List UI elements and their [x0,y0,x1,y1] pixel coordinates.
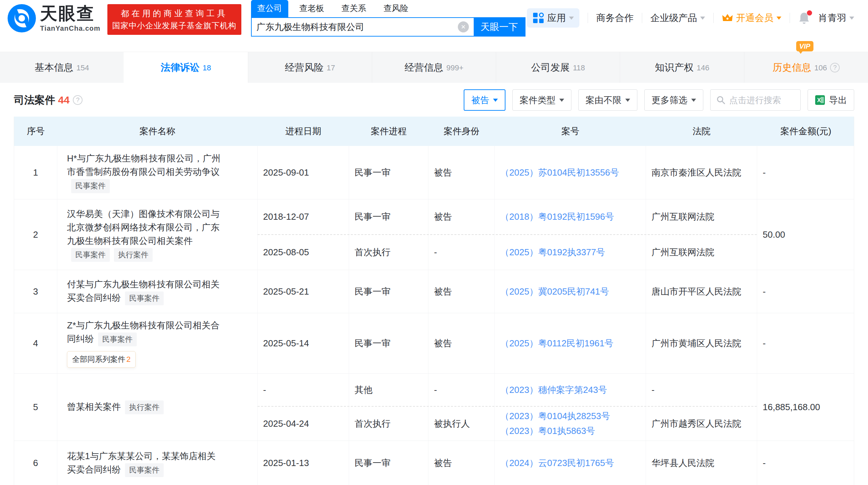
clear-icon[interactable]: ✕ [458,21,469,32]
apps-label: 应用 [547,12,566,24]
series-label: 全部同系列案件 [72,355,125,364]
case-name: Z*与广东九极生物科技有限公司相关合同纠纷民事案件全部同系列案件2 [57,313,258,373]
case-amount: - [757,441,855,485]
case-number-link[interactable]: （2023）粤0104执28253号 [500,410,610,422]
tab-公司发展[interactable]: 公司发展118 [496,52,620,83]
case-numbers: （2018）粤0192民初1596号 [495,199,646,234]
tab-label: 历史信息 [772,61,811,74]
case-stage: 其他 [349,374,428,406]
filter-label: 案由不限 [586,94,621,106]
table-row: 3付某与广东九极生物科技有限公司相关买卖合同纠纷民事案件2025-05-21民事… [14,270,854,313]
nav-divider [642,13,642,23]
filter-label: 案件类型 [520,94,556,106]
case-role: 被告 [428,441,495,485]
tab-基本信息[interactable]: 基本信息154 [0,52,124,83]
slogan-badge: 都在用的商业查询工具 国家中小企业发展子基金旗下机构 [107,4,241,35]
process-row: -其他-（2023）穗仲案字第243号- [258,374,757,406]
filter-被告[interactable]: 被告 [464,89,505,111]
case-number-link[interactable]: （2023）穗仲案字第243号 [500,384,607,396]
search-tab[interactable]: 查公司 [251,0,288,17]
column-header: 案件名称 [57,125,258,137]
process-row: 2025-08-05首次执行-（2025）粤0192执3377号广州互联网法院 [258,234,757,270]
series-cases-button[interactable]: 全部同系列案件2 [67,351,136,368]
case-name: H*与广东九极生物科技有限公司，广州市香雪制药股份有限公司相关劳动争议民事案件 [57,146,258,199]
chevron-down-icon [700,17,705,20]
caret-down-icon [691,99,696,102]
enterprise-label: 企业级产品 [650,12,697,24]
case-numbers: （2023）穗仲案字第243号 [495,374,646,406]
top-nav: 应用 商务合作 企业级产品 开通会员 [527,7,854,29]
table-search-input[interactable]: 点击进行搜索 [710,89,801,111]
crown-icon [722,13,733,23]
column-header: 案号 [495,125,646,137]
case-number-link[interactable]: （2023）粤01执5863号 [500,425,595,437]
case-name: 付某与广东九极生物科技有限公司相关买卖合同纠纷民事案件 [57,270,258,313]
case-title: H*与广东九极生物科技有限公司，广州市香雪制药股份有限公司相关劳动争议 [67,153,221,177]
table-row: 1H*与广东九极生物科技有限公司，广州市香雪制药股份有限公司相关劳动争议民事案件… [14,146,854,199]
tab-count: 118 [573,63,585,72]
tab-法律诉讼[interactable]: 法律诉讼18 [124,52,248,83]
case-seq: 5 [14,374,57,441]
case-role: 被告 [428,270,495,313]
filter-案由不限[interactable]: 案由不限 [578,89,637,111]
table-search-placeholder: 点击进行搜索 [729,95,781,106]
case-amount: - [757,313,855,373]
case-type-tag: 民事案件 [71,179,110,193]
search-input[interactable] [252,18,458,36]
filter-更多筛选[interactable]: 更多筛选 [644,89,703,111]
search-tab[interactable]: 查风险 [377,0,415,17]
case-name-text: Z*与广东九极生物科技有限公司相关合同纠纷民事案件 [67,319,223,346]
help-icon[interactable]: ? [73,95,83,105]
tab-经营风险[interactable]: 经营风险17 [248,52,372,83]
case-stage: 首次执行 [349,407,428,441]
process-row: 2025-04-24首次执行被执行人（2023）粤0104执28253号（202… [258,406,757,441]
case-role: 被告 [428,146,495,199]
court-name: 广州市越秀区人民法院 [646,407,757,441]
court-name: 广州市黄埔区人民法院 [646,313,757,373]
tab-经营信息[interactable]: 经营信息999+ [372,52,496,83]
export-button[interactable]: X 导出 [808,89,854,111]
help-icon[interactable]: ? [830,63,840,72]
apps-menu[interactable]: 应用 [527,8,579,28]
tab-label: 公司发展 [531,61,570,74]
caret-down-icon [559,99,564,102]
tab-count: 106 [814,63,827,72]
court-name: 南京市秦淮区人民法院 [646,146,757,199]
case-seq: 3 [14,270,57,313]
case-stage: 民事一审 [349,146,428,199]
table-row: 4Z*与广东九极生物科技有限公司相关合同纠纷民事案件全部同系列案件22025-0… [14,313,854,374]
search-button[interactable]: 天眼一下 [474,18,525,36]
case-numbers: （2024）云0723民初1765号 [495,441,646,485]
case-numbers: （2023）粤0104执28253号（2023）粤01执5863号 [495,407,646,441]
search-tab[interactable]: 查老板 [293,0,330,17]
nav-business-cooperation[interactable]: 商务合作 [596,12,634,24]
tab-历史信息[interactable]: 历史信息106?VIP [744,52,868,83]
case-numbers: （2025）苏0104民初13556号 [495,146,646,199]
tianyancha-logo[interactable]: 天眼查 TianYanCha.com [8,4,100,32]
tab-知识产权[interactable]: 知识产权146 [620,52,744,83]
case-stage: 首次执行 [349,235,428,270]
case-number-link[interactable]: （2025）冀0205民初741号 [500,286,609,298]
case-amount: 50.00 [757,199,855,270]
nav-open-vip[interactable]: 开通会员 [722,12,781,24]
filter-案件类型[interactable]: 案件类型 [512,89,571,111]
nav-enterprise-products[interactable]: 企业级产品 [650,12,705,24]
case-type-tag: 民事案件 [125,463,164,477]
filter-label: 被告 [471,94,489,106]
case-number-link[interactable]: （2025）苏0104民初13556号 [500,167,619,179]
chevron-down-icon [569,17,574,20]
notifications-button[interactable] [798,12,810,24]
search-tab[interactable]: 查关系 [335,0,373,17]
case-number-link[interactable]: （2018）粤0192民初1596号 [500,211,614,223]
court-name: 华坪县人民法院 [646,441,757,485]
case-number-link[interactable]: （2025）粤0192执3377号 [500,246,605,258]
court-name: 广州互联网法院 [646,199,757,234]
tab-count: 18 [203,63,211,72]
tab-label: 经营风险 [285,61,324,74]
user-menu[interactable]: 肖青羽 [818,12,854,24]
case-number-link[interactable]: （2024）云0723民初1765号 [500,457,614,469]
case-role: 被告 [428,199,495,234]
filter-label: 更多筛选 [652,94,687,106]
tab-count: 999+ [446,63,464,72]
case-number-link[interactable]: （2025）粤0112民初1961号 [500,337,614,349]
